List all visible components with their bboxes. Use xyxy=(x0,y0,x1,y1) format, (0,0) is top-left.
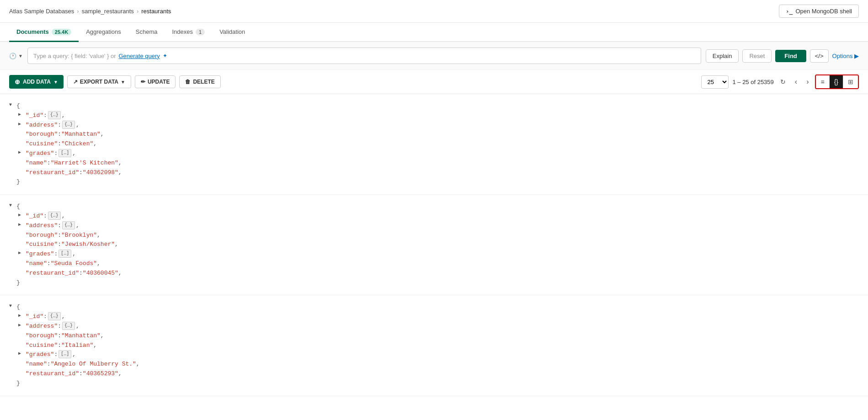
field-key: "address" xyxy=(26,221,58,231)
field-colon: : xyxy=(47,159,51,168)
field-colon: : xyxy=(54,350,58,360)
refresh-button[interactable]: ↻ xyxy=(777,77,788,86)
field-value: "Harriet'S Kitchen" xyxy=(51,159,118,168)
explain-button[interactable]: Explain xyxy=(706,49,739,63)
tab-schema-label: Schema xyxy=(136,28,158,35)
field-value-collapsed[interactable]: {…} xyxy=(48,312,61,320)
doc-field-line: ▶"cuisine": "Jewish/Kosher", xyxy=(9,240,859,250)
field-colon: : xyxy=(43,111,47,121)
field-expand-arrow[interactable]: ▶ xyxy=(18,322,23,329)
doc-field-line: ▶"name": "Angelo Of Mulberry St.", xyxy=(9,360,859,369)
field-key: "_id" xyxy=(26,312,43,322)
query-placeholder: Type a query: { field: 'value' } or xyxy=(33,53,116,59)
field-value: "Seuda Foods" xyxy=(51,259,97,269)
field-colon: : xyxy=(58,341,61,351)
field-value-collapsed[interactable]: {…} xyxy=(48,111,61,119)
doc-field-line: ▶"cuisine": "Italian", xyxy=(9,341,859,351)
field-value: "Manhattan" xyxy=(61,331,101,341)
document-block: ▼{▶"_id": {…},▶"address": {…},▶"borough"… xyxy=(0,195,868,295)
doc-field-line: ▶"name": "Harriet'S Kitchen", xyxy=(9,159,859,168)
open-brace: { xyxy=(16,202,20,212)
options-button[interactable]: Options ▶ xyxy=(832,53,859,59)
field-value-collapsed[interactable]: […] xyxy=(59,350,71,358)
breadcrumb-sep2: › xyxy=(137,8,138,15)
list-view-icon: ≡ xyxy=(820,78,824,85)
update-button[interactable]: ✏ UPDATE xyxy=(135,75,176,88)
table-view-icon: ⊞ xyxy=(848,78,853,85)
table-view-button[interactable]: ⊞ xyxy=(843,75,858,88)
field-key: "grades" xyxy=(26,250,54,259)
breadcrumb-part2[interactable]: sample_restaurants xyxy=(82,8,134,15)
page-size-select[interactable]: 25 50 100 xyxy=(701,75,729,89)
next-page-button[interactable]: › xyxy=(804,77,811,87)
query-right: Explain Reset Find </> Options ▶ xyxy=(706,49,859,63)
prev-page-button[interactable]: ‹ xyxy=(792,77,800,87)
field-value-collapsed[interactable]: {…} xyxy=(62,221,75,229)
field-colon: : xyxy=(58,221,61,231)
field-key: "name" xyxy=(26,159,47,168)
query-clock[interactable]: 🕐 ▼ xyxy=(9,53,23,59)
field-expand-arrow[interactable]: ▶ xyxy=(18,221,23,229)
export-data-button[interactable]: ↗ EXPORT DATA ▼ xyxy=(67,75,131,88)
field-expand-arrow[interactable]: ▶ xyxy=(18,350,23,357)
field-key: "restaurant_id" xyxy=(26,369,79,379)
tab-documents[interactable]: Documents 25.4K xyxy=(9,23,79,42)
field-value-collapsed[interactable]: […] xyxy=(59,250,71,258)
add-icon: ⊕ xyxy=(15,78,20,85)
field-expand-arrow[interactable]: ▶ xyxy=(18,111,23,118)
tab-indexes[interactable]: Indexes 1 xyxy=(165,23,212,42)
field-value: "40360045" xyxy=(83,269,118,278)
add-data-button[interactable]: ⊕ ADD DATA ▼ xyxy=(9,75,64,89)
prev-icon: ‹ xyxy=(795,78,797,85)
breadcrumb-part1[interactable]: Atlas Sample Databases xyxy=(9,8,74,15)
field-expand-arrow[interactable]: ▶ xyxy=(18,212,23,219)
document-block: ▼{▶"_id": {…},▶"address": {…},▶"borough"… xyxy=(0,295,868,396)
tab-validation[interactable]: Validation xyxy=(212,23,252,42)
find-label: Find xyxy=(784,53,797,59)
close-brace: } xyxy=(16,278,20,288)
code-view-button[interactable]: </> xyxy=(810,49,829,63)
list-view-button[interactable]: ≡ xyxy=(816,75,829,88)
field-value-collapsed[interactable]: {…} xyxy=(48,212,61,220)
field-key: "_id" xyxy=(26,212,43,221)
delete-button[interactable]: 🗑 DELETE xyxy=(179,75,220,88)
field-colon: : xyxy=(79,168,83,178)
field-expand-arrow[interactable]: ▶ xyxy=(18,250,23,257)
query-input-wrapper[interactable]: Type a query: { field: 'value' } or Gene… xyxy=(27,48,701,64)
field-colon: : xyxy=(47,360,51,369)
field-value: "40362098" xyxy=(83,168,118,178)
update-label: UPDATE xyxy=(148,79,170,85)
field-expand-arrow[interactable]: ▶ xyxy=(18,149,23,156)
doc-expand-arrow[interactable]: ▼ xyxy=(9,202,14,209)
tab-schema[interactable]: Schema xyxy=(128,23,165,42)
field-colon: : xyxy=(43,312,47,322)
field-expand-arrow[interactable]: ▶ xyxy=(18,121,23,128)
clock-dropdown-icon: ▼ xyxy=(18,53,23,58)
find-button[interactable]: Find xyxy=(775,50,806,62)
doc-expand-arrow[interactable]: ▼ xyxy=(9,101,14,109)
doc-expand-arrow[interactable]: ▼ xyxy=(9,303,14,310)
json-view-button[interactable]: {} xyxy=(830,75,843,88)
tab-aggregations[interactable]: Aggregations xyxy=(79,23,128,42)
export-data-label: EXPORT DATA xyxy=(80,79,118,85)
close-brace: } xyxy=(16,177,20,187)
field-key: "address" xyxy=(26,322,58,331)
generate-query-link[interactable]: Generate query xyxy=(118,53,160,59)
breadcrumb-sep1: › xyxy=(77,8,79,15)
field-key: "cuisine" xyxy=(26,139,58,149)
tab-documents-label: Documents xyxy=(16,28,49,35)
field-value-collapsed[interactable]: […] xyxy=(59,149,71,157)
field-expand-arrow[interactable]: ▶ xyxy=(18,312,23,319)
field-value-collapsed[interactable]: {…} xyxy=(62,322,75,330)
reset-button[interactable]: Reset xyxy=(742,49,772,63)
field-value-collapsed[interactable]: {…} xyxy=(62,121,75,129)
delete-label: DELETE xyxy=(193,79,214,85)
explain-label: Explain xyxy=(713,53,732,59)
action-left: ⊕ ADD DATA ▼ ↗ EXPORT DATA ▼ ✏ UPDATE 🗑 … xyxy=(9,75,221,89)
open-brace: { xyxy=(16,303,20,312)
open-shell-button[interactable]: ›_ Open MongoDB shell xyxy=(779,5,859,18)
documents-area: ▼{▶"_id": {…},▶"address": {…},▶"borough"… xyxy=(0,94,868,420)
field-key: "borough" xyxy=(26,130,58,139)
field-key: "_id" xyxy=(26,111,43,121)
export-icon: ↗ xyxy=(73,79,78,85)
